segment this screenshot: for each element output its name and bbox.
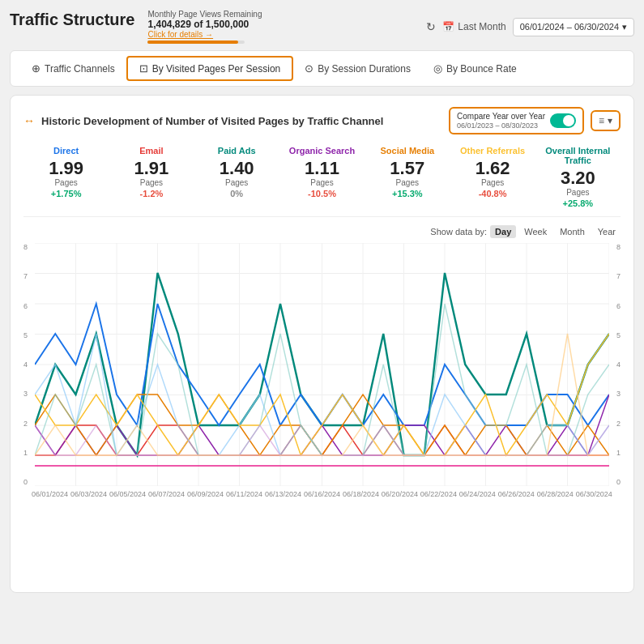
show-data-day[interactable]: Day (490, 225, 516, 238)
metric-col: Social Media 1.57 Pages +15.3% (365, 146, 450, 208)
nav-tabs: ⊕ Traffic Channels ⊡ By Visited Pages Pe… (10, 50, 634, 87)
tab-visited-pages-label: By Visited Pages Per Session (152, 63, 281, 75)
main-card: ↔ Historic Development of Number of Visi… (10, 95, 634, 593)
compare-toggle[interactable] (550, 113, 576, 128)
metric-unit: Pages (109, 178, 194, 187)
metric-unit: Pages (450, 178, 535, 187)
metric-value: 1.91 (109, 159, 194, 178)
filter-chevron-icon: ▾ (608, 115, 612, 126)
progress-bar-container (147, 41, 245, 44)
metric-channel: Direct (23, 146, 109, 156)
filter-button[interactable]: ≡ ▾ (591, 110, 621, 131)
metric-unit: Pages (194, 178, 279, 187)
metric-col: Other Referrals 1.62 Pages -40.8% (450, 146, 535, 208)
page-title-block: Traffic Structure (10, 10, 134, 29)
progress-bar-fill (147, 41, 238, 44)
calendar-icon: 📅 (442, 21, 454, 32)
monthly-link[interactable]: Click for details → (147, 30, 262, 39)
last-month-label: Last Month (458, 21, 505, 32)
metric-channel: Overall Internal Traffic (535, 146, 621, 165)
metric-channel: Paid Ads (194, 146, 279, 156)
show-data-label: Show data by: (430, 227, 487, 237)
chart-icon: ↔ (23, 114, 35, 127)
header-right: ↻ 📅 Last Month 06/01/2024 – 06/30/2024 ▾ (426, 18, 634, 36)
filter-icon: ≡ (599, 115, 604, 126)
metric-channel: Email (109, 146, 194, 156)
session-durations-icon: ⊙ (305, 62, 313, 75)
metric-value: 1.11 (279, 159, 365, 178)
tab-visited-pages[interactable]: ⊡ By Visited Pages Per Session (126, 56, 294, 81)
metric-value: 3.20 (535, 168, 621, 188)
metric-change: -1.2% (109, 189, 194, 198)
tab-bounce-rate[interactable]: ◎ By Bounce Rate (422, 58, 528, 79)
show-data-week[interactable]: Week (519, 225, 552, 238)
card-controls: Compare Year over Year 06/01/2023 – 08/3… (449, 107, 621, 134)
metric-col: Paid Ads 1.40 Pages 0% (194, 146, 279, 208)
y-axis-right: 876543210 (616, 243, 621, 486)
refresh-button[interactable]: ↻ (426, 20, 436, 33)
metric-change: +1.75% (23, 189, 109, 198)
compare-toggle-box: Compare Year over Year 06/01/2023 – 08/3… (449, 107, 584, 134)
tab-bounce-rate-label: By Bounce Rate (446, 63, 517, 75)
metric-col: Overall Internal Traffic 3.20 Pages +25.… (535, 146, 621, 208)
metric-value: 1.99 (23, 159, 109, 178)
date-range-value: 06/01/2024 – 06/30/2024 (520, 22, 619, 32)
metric-value: 1.57 (365, 159, 450, 178)
metric-change: -10.5% (279, 189, 365, 198)
chart-svg (35, 243, 609, 486)
metric-unit: Pages (535, 188, 621, 197)
tab-traffic-channels-label: Traffic Channels (45, 63, 115, 75)
header: Traffic Structure Monthly Page Views Rem… (10, 10, 634, 44)
metric-unit: Pages (279, 178, 365, 187)
compare-label-block: Compare Year over Year 06/01/2023 – 08/3… (457, 112, 545, 130)
metrics-row: Direct 1.99 Pages +1.75% Email 1.91 Page… (23, 146, 621, 217)
show-data-year[interactable]: Year (593, 225, 621, 238)
visited-pages-icon: ⊡ (139, 62, 148, 75)
card-title: Historic Development of Number of Visite… (41, 115, 383, 127)
y-axis-left: 876543210 (23, 243, 28, 486)
metric-value: 1.40 (194, 159, 279, 178)
monthly-count: 1,404,829 of 1,500,000 (147, 19, 262, 30)
traffic-channels-icon: ⊕ (32, 62, 41, 75)
chevron-down-icon: ▾ (622, 22, 627, 32)
tab-session-durations[interactable]: ⊙ By Session Durations (293, 58, 422, 79)
bounce-rate-icon: ◎ (433, 62, 442, 75)
metric-channel: Social Media (365, 146, 450, 156)
compare-date: 06/01/2023 – 08/30/2023 (457, 122, 545, 130)
metric-col: Email 1.91 Pages -1.2% (109, 146, 194, 208)
header-left: Traffic Structure Monthly Page Views Rem… (10, 10, 262, 44)
tab-traffic-channels[interactable]: ⊕ Traffic Channels (20, 58, 126, 79)
metric-change: -40.8% (450, 189, 535, 198)
tab-session-durations-label: By Session Durations (318, 63, 411, 75)
page-title: Traffic Structure (10, 10, 134, 29)
calendar-button[interactable]: 📅 Last Month (442, 21, 505, 32)
x-axis-labels: 06/01/2024 06/03/2024 06/05/2024 06/07/2… (23, 490, 621, 498)
toggle-knob (563, 115, 574, 126)
metric-col: Organic Search 1.11 Pages -10.5% (279, 146, 365, 208)
metric-change: +25.8% (535, 198, 621, 208)
metric-unit: Pages (23, 178, 109, 187)
metric-channel: Organic Search (279, 146, 365, 156)
metric-change: 0% (194, 189, 279, 198)
metric-channel: Other Referrals (450, 146, 535, 156)
chart-area: 876543210 (23, 243, 621, 518)
monthly-label: Monthly Page Views Remaining (147, 10, 262, 19)
compare-label: Compare Year over Year (457, 112, 545, 122)
metric-unit: Pages (365, 178, 450, 187)
show-data-month[interactable]: Month (555, 225, 590, 238)
metric-value: 1.62 (450, 159, 535, 178)
show-data-row: Show data by: Day Week Month Year (23, 225, 621, 238)
card-header: ↔ Historic Development of Number of Visi… (23, 107, 621, 134)
date-range-selector[interactable]: 06/01/2024 – 06/30/2024 ▾ (513, 18, 634, 36)
monthly-info: Monthly Page Views Remaining 1,404,829 o… (147, 10, 262, 44)
metric-change: +15.3% (365, 189, 450, 198)
metric-col: Direct 1.99 Pages +1.75% (23, 146, 109, 208)
card-title-row: ↔ Historic Development of Number of Visi… (23, 114, 383, 127)
